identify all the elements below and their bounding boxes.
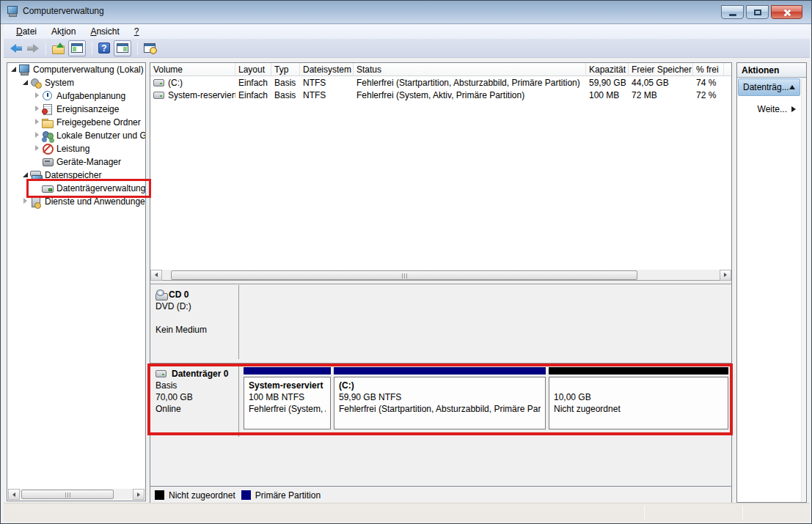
forward-icon[interactable] [26, 43, 40, 54]
column-layout[interactable]: Layout [235, 63, 271, 75]
partition-legend: Nicht zugeordnet Primäre Partition [150, 486, 731, 503]
expand-closed-icon[interactable] [33, 92, 42, 100]
menubar: Datei Aktion Ansicht ? [4, 24, 810, 39]
scroll-right-button[interactable] [720, 270, 731, 281]
actions-scrollbar[interactable] [801, 78, 806, 502]
statusbar [4, 503, 810, 522]
tree-item-computerverwaltung[interactable]: Computerverwaltung (Lokal) [7, 63, 145, 76]
column-kapazitaet[interactable]: Kapazität [586, 63, 629, 75]
local-users-groups-icon [42, 130, 54, 141]
column-freier-speicher[interactable]: Freier Speicher [629, 63, 693, 75]
shared-folders-icon [42, 117, 54, 128]
expand-open-icon[interactable] [10, 65, 18, 74]
legend-unallocated: Nicht zugeordnet [155, 490, 235, 501]
cd-drive-info[interactable]: CD 0 DVD (D:) Kein Medium [151, 285, 239, 359]
close-button[interactable] [771, 5, 802, 19]
volume-icon [153, 92, 164, 99]
tree-item-system[interactable]: System [7, 76, 145, 89]
volume-row-system-reserviert[interactable]: System-reserviert Einfach Basis NTFS Feh… [150, 89, 731, 101]
volume-row-c[interactable]: (C:) Einfach Basis NTFS Fehlerfrei (Star… [150, 76, 731, 89]
action-pane-icon [117, 43, 128, 53]
console-tree-icon [71, 43, 83, 53]
volume-list-header: Volume Layout Typ Dateisystem Status Kap… [150, 63, 731, 76]
help-icon[interactable] [98, 43, 110, 53]
tree-item-lokale-benutzer[interactable]: Lokale Benutzer und Gruppen [7, 129, 145, 142]
actions-header: Aktionen [737, 63, 806, 78]
expand-open-icon[interactable] [21, 78, 30, 87]
expand-closed-icon[interactable] [33, 131, 42, 140]
menu-ansicht[interactable]: Ansicht [84, 25, 125, 38]
expand-closed-icon[interactable] [33, 105, 42, 114]
scrollbar-thumb[interactable] [171, 270, 637, 280]
minimize-button[interactable] [721, 5, 744, 19]
column-prozent-frei[interactable]: % frei [693, 63, 724, 75]
console-tree-pane: Computerverwaltung (Lokal) System Aufgab… [7, 62, 146, 501]
services-applications-icon [30, 196, 42, 207]
tree-horizontal-scrollbar[interactable] [8, 489, 145, 500]
show-action-pane-button[interactable] [114, 40, 131, 56]
scroll-left-button[interactable] [150, 270, 162, 281]
expand-none [33, 158, 42, 166]
cd-drive-row: CD 0 DVD (D:) Kein Medium [150, 284, 731, 358]
action-weitere-aktionen[interactable]: Weite... [738, 100, 800, 118]
column-status[interactable]: Status [354, 63, 586, 75]
submenu-right-icon [791, 106, 796, 112]
action-datentraegerverwaltung[interactable]: Datenträg... [738, 78, 800, 96]
menu-help[interactable]: ? [128, 25, 146, 38]
event-viewer-icon [42, 104, 54, 114]
unallocated-color-swatch [155, 490, 164, 500]
tree-item-ereignisanzeige[interactable]: Ereignisanzeige [7, 103, 145, 116]
toolbar-separator [92, 42, 92, 55]
task-scheduler-icon [42, 91, 54, 101]
expand-closed-icon[interactable] [33, 118, 42, 127]
menu-datei[interactable]: Datei [10, 25, 43, 38]
menu-aktion[interactable]: Aktion [45, 25, 82, 38]
console-gear-icon[interactable] [144, 43, 156, 53]
performance-icon [42, 144, 54, 154]
disk-management-main-pane: Volume Layout Typ Dateisystem Status Kap… [150, 62, 732, 503]
legend-primary-partition: Primäre Partition [241, 490, 321, 501]
main-horizontal-scrollbar[interactable] [150, 270, 731, 281]
maximize-button[interactable] [746, 5, 769, 19]
cd-drive-letter: DVD (D:) [156, 300, 235, 312]
column-typ[interactable]: Typ [271, 63, 300, 75]
tree-item-geraete-manager[interactable]: Geräte-Manager [7, 155, 145, 169]
annotation-box-datentraegerverwaltung [26, 179, 151, 198]
toolbar [4, 39, 810, 58]
column-volume[interactable]: Volume [150, 63, 235, 75]
minimize-icon [729, 14, 736, 16]
primary-partition-color-swatch [241, 490, 251, 500]
show-console-tree-button[interactable] [68, 40, 86, 56]
actions-pane: Aktionen Datenträg... Weite... [736, 62, 807, 503]
scroll-right-button[interactable] [133, 489, 145, 500]
titlebar: Computerverwaltung [1, 1, 811, 24]
device-manager-icon [42, 157, 54, 167]
cd-drive-icon [156, 289, 167, 300]
computer-management-icon [18, 64, 30, 75]
up-folder-icon[interactable] [52, 43, 65, 53]
back-icon[interactable] [10, 43, 23, 54]
volume-list: Volume Layout Typ Dateisystem Status Kap… [150, 63, 731, 270]
collapse-up-icon [789, 85, 795, 89]
tree-item-leistung[interactable]: Leistung [7, 142, 145, 155]
scrollbar-thumb[interactable] [21, 490, 114, 499]
expand-closed-icon[interactable] [33, 144, 42, 153]
system-tools-icon [30, 78, 42, 88]
column-dateisystem[interactable]: Dateisystem [300, 63, 354, 75]
scroll-left-button[interactable] [8, 489, 20, 500]
annotation-box-disk0 [147, 364, 733, 435]
volume-icon [153, 79, 164, 86]
tree-item-aufgabenplanung[interactable]: Aufgabenplanung [7, 89, 145, 103]
maximize-icon [754, 10, 761, 15]
toolbar-separator [45, 42, 46, 55]
expand-closed-icon[interactable] [21, 197, 30, 206]
computer-management-window: Computerverwaltung Datei Aktion Ansicht … [0, 0, 812, 524]
tree-item-freigegebene-ordner[interactable]: Freigegebene Ordner [7, 116, 145, 129]
toolbar-separator [137, 42, 138, 55]
app-icon [7, 6, 18, 16]
cd-media-status: Kein Medium [156, 324, 235, 336]
window-title: Computerverwaltung [23, 6, 104, 16]
